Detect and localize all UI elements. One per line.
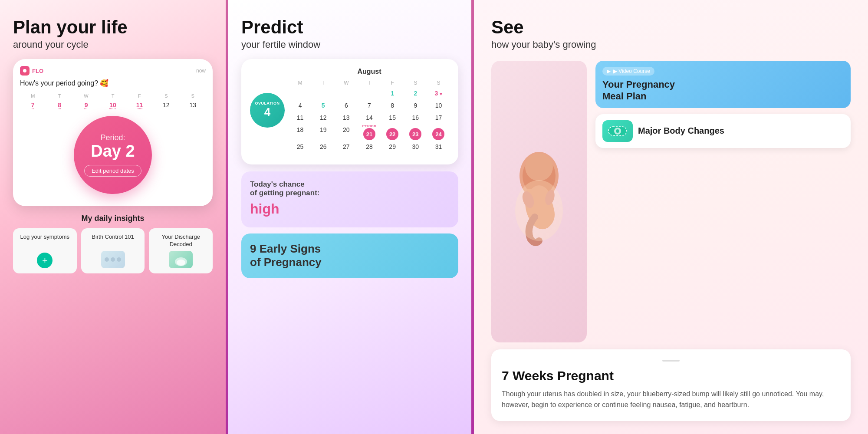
- cal-td-1: 1: [381, 88, 404, 99]
- main-calendar-card: OVULATION 4 August M T W T F S S: [241, 59, 458, 164]
- cal-td-empty4: [358, 88, 380, 99]
- ovulation-circle: OVULATION 4: [250, 93, 285, 128]
- discharge-svg: [172, 253, 190, 266]
- mini-calendar: M T W T F S S 7 8 9 10 11 12 13: [20, 92, 206, 110]
- panel1-subtitle: around your cycle: [13, 39, 213, 50]
- period-label-21: PERIOD: [362, 124, 376, 128]
- cal-th-s: S: [404, 79, 427, 87]
- cal-header-f: F: [127, 92, 152, 99]
- period-circle-day: Day 2: [91, 142, 135, 161]
- cal-td-24: 24: [432, 128, 444, 140]
- cal-header-t2: T: [100, 92, 125, 99]
- cal-th-w: W: [335, 79, 357, 87]
- insights-section: My daily insights Log your symptoms + Bi…: [13, 214, 213, 273]
- tape-measure-svg: [607, 123, 628, 139]
- cal-td-empty3: [335, 88, 357, 99]
- cal-td-26: 26: [312, 141, 334, 152]
- svg-point-12: [616, 129, 619, 133]
- cal-td-17: 17: [427, 112, 450, 123]
- insight-card-discharge[interactable]: Your Discharge Decoded: [149, 228, 213, 273]
- cal-header-t1: T: [46, 92, 72, 99]
- cal-td-14: 14: [365, 112, 374, 123]
- cal-td-5: 5: [312, 100, 334, 111]
- cal-day-7: 7: [20, 100, 46, 110]
- cal-td-21: 21: [363, 128, 375, 140]
- main-calendar: August M T W T F S S 1 2 3 ♥: [289, 68, 450, 152]
- cal-th-t: T: [312, 79, 334, 87]
- panel-see: See how your baby's growing: [474, 0, 868, 434]
- video-badge: ▶ ▶ Video Course: [602, 67, 654, 76]
- cal-td-31: 31: [427, 141, 450, 152]
- panel2-subtitle: your fertile window: [241, 39, 458, 50]
- cal-td-empty1: [289, 88, 311, 99]
- add-symptoms-button[interactable]: +: [37, 253, 53, 268]
- insight-label-birthcontrol: Birth Control 101: [92, 233, 134, 241]
- flo-label: FLO: [32, 68, 43, 74]
- pregnant-card-title: Today's chanceof getting pregnant:: [250, 180, 450, 197]
- pregnant-chance-card: Today's chanceof getting pregnant: high: [241, 171, 458, 227]
- cal-td-23-wrap: . 23: [404, 124, 427, 140]
- body-changes-card[interactable]: Major Body Changes: [595, 114, 851, 148]
- cal-td-8: 8: [381, 100, 404, 111]
- cal-td-30: 30: [404, 141, 427, 152]
- panel3-content: ▶ ▶ Video Course Your PregnancyMeal Plan…: [491, 61, 851, 342]
- svg-point-4: [525, 153, 553, 181]
- flo-logo-row: FLO: [20, 66, 43, 76]
- fetus-svg: [500, 141, 578, 263]
- pill-image: [101, 251, 125, 268]
- play-icon: ▶: [607, 68, 611, 74]
- ovulation-day: 4: [264, 105, 270, 119]
- insights-cards: Log your symptoms + Birth Control 101 Yo…: [13, 228, 213, 273]
- cal-td-25: 25: [289, 141, 311, 152]
- pill-circle-2: [111, 257, 115, 262]
- body-changes-title: Major Body Changes: [638, 126, 724, 136]
- notification-time: now: [196, 68, 206, 74]
- panel-plan: Plan your life around your cycle FLO now…: [0, 0, 226, 434]
- video-course-title: Your PregnancyMeal Plan: [602, 79, 844, 102]
- discharge-image: [169, 251, 193, 268]
- edit-period-button[interactable]: Edit period dates: [84, 165, 141, 177]
- weeks-pregnant-title: 7 Weeks Pregnant: [502, 368, 840, 383]
- video-badge-label: ▶ Video Course: [612, 68, 650, 74]
- calendar-header-row: OVULATION 4 August M T W T F S S: [250, 68, 450, 152]
- cal-header-m: M: [20, 92, 46, 99]
- cal-td-22: 22: [386, 128, 398, 140]
- cal-td-7: 7: [358, 100, 380, 111]
- panel2-title: Predict: [241, 17, 458, 37]
- notification-bar: FLO now: [20, 66, 206, 76]
- ovulation-label: OVULATION: [255, 101, 280, 105]
- cal-td-21-wrap: PERIOD 21: [358, 124, 380, 140]
- flo-app-icon: [20, 66, 30, 76]
- flo-icon-inner: [23, 69, 26, 72]
- panel3-subtitle: how your baby's growing: [491, 39, 851, 50]
- insights-title: My daily insights: [13, 214, 213, 223]
- insight-card-symptoms[interactable]: Log your symptoms +: [13, 228, 77, 273]
- cal-td-9: 9: [404, 100, 427, 111]
- cal-day-12: 12: [153, 100, 179, 110]
- cal-td-29: 29: [381, 141, 404, 152]
- cal-header-s2: S: [180, 92, 206, 99]
- early-signs-title: 9 Early Signsof Pregnancy: [250, 242, 450, 269]
- cal-td-14-wrap: 14: [358, 112, 380, 123]
- insight-card-birthcontrol[interactable]: Birth Control 101: [81, 228, 145, 273]
- cal-td-28: 28: [358, 141, 380, 152]
- calendar-grid: M T W T F S S 1 2 3 ♥ 4: [289, 79, 450, 152]
- svg-point-8: [515, 180, 563, 241]
- panel1-title: Plan your life: [13, 17, 213, 37]
- video-course-card[interactable]: ▶ ▶ Video Course Your PregnancyMeal Plan: [595, 61, 851, 108]
- pill-circle-3: [117, 257, 121, 262]
- period-circle-label: Period:: [100, 133, 125, 142]
- calendar-month: August: [289, 68, 450, 76]
- cal-td-15: 15: [381, 112, 404, 123]
- cal-td-13: 13: [335, 112, 357, 123]
- insight-label-discharge: Your Discharge Decoded: [153, 233, 208, 248]
- cal-td-19: 19: [312, 124, 334, 140]
- cal-td-4: 4: [289, 100, 311, 111]
- period-label-23: .: [415, 124, 416, 128]
- cal-td-16: 16: [404, 112, 427, 123]
- cal-day-11: 11: [127, 100, 152, 110]
- notification-message: How's your period going? 🥰: [20, 79, 206, 87]
- cal-th-f: F: [381, 79, 404, 87]
- pill-circle-1: [105, 257, 109, 262]
- fetus-image: [491, 61, 587, 342]
